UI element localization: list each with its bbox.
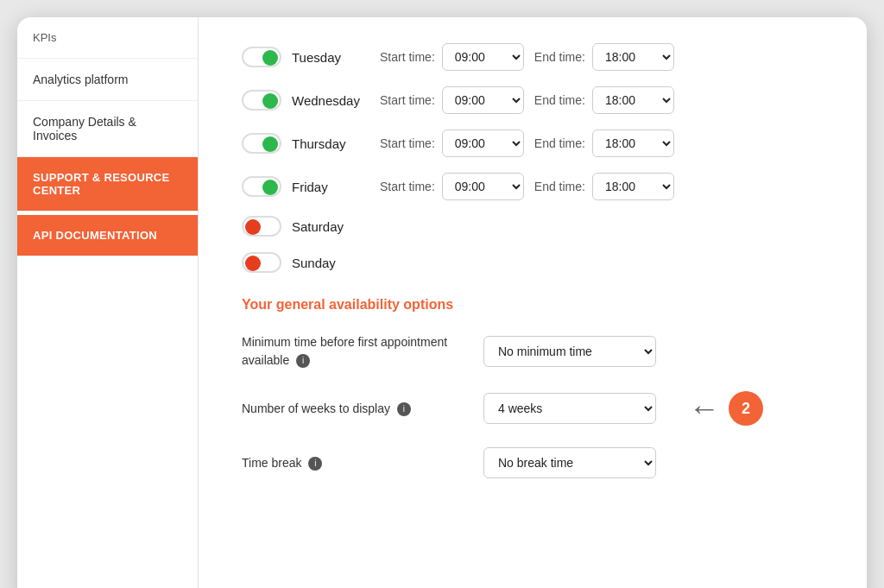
toggle-switch-thursday[interactable] [242,133,281,154]
start-label-wednesday: Start time: [380,93,435,107]
toggle-friday [242,176,281,197]
break-select[interactable]: No break time 5 minutes 10 minutes 15 mi… [483,447,656,478]
schedule-row-sunday: Sunday [242,252,824,273]
availability-title: Your general availability options [242,297,824,313]
end-label-tuesday: End time: [534,50,585,64]
day-label-tuesday: Tuesday [292,50,369,65]
toggle-switch-sunday[interactable] [242,252,281,273]
start-label-tuesday: Start time: [380,50,435,64]
end-time-group-wednesday: End time: 18:00 [534,86,674,114]
end-time-group-thursday: End time: 18:00 [534,130,674,157]
start-label-thursday: Start time: [380,136,435,150]
option-label-break: Time break i [242,454,466,472]
end-time-group-friday: End time: 18:00 [534,173,674,200]
end-label-thursday: End time: [534,136,585,150]
end-label-friday: End time: [534,180,585,193]
sidebar-item-company[interactable]: Company Details & Invoices [17,101,198,157]
toggle-switch-wednesday[interactable] [242,90,281,111]
toggle-tuesday [242,47,281,67]
end-time-select-wednesday[interactable]: 18:00 [592,86,674,114]
day-label-sunday: Sunday [292,256,369,270]
day-label-saturday: Saturday [292,219,369,234]
start-time-group-friday: Start time: 09:00 [380,173,524,200]
schedule-row-wednesday: Wednesday Start time: 09:00 End time: 18… [242,86,824,114]
availability-section: Your general availability options Minimu… [242,297,824,478]
start-time-group-tuesday: Start time: 09:0008:0010:00 [380,43,524,71]
sidebar-item-support[interactable]: SUPPORT & RESOURCE CENTER [17,157,198,212]
info-icon-weeks[interactable]: i [397,402,411,416]
day-label-thursday: Thursday [292,136,369,151]
start-time-select-friday[interactable]: 09:00 [442,173,524,200]
start-time-group-wednesday: Start time: 09:00 [380,86,524,114]
sidebar-item-api[interactable]: API DOCUMENTATION [17,215,198,256]
option-label-weeks: Number of weeks to display i [242,400,466,418]
end-time-select-friday[interactable]: 18:00 [592,173,674,200]
sidebar: KPIs Analytics platform Company Details … [17,17,199,588]
arrow-badge-container: ← 2 [682,390,763,427]
end-time-group-tuesday: End time: 18:0017:0019:00 [534,43,674,71]
option-row-min-time: Minimum time before first appointment av… [242,333,824,370]
info-icon-min-time[interactable]: i [296,354,310,368]
sidebar-item-analytics[interactable]: Analytics platform [17,59,198,101]
schedule-row-friday: Friday Start time: 09:00 End time: 18:00 [242,173,824,200]
toggle-sunday [242,252,281,273]
arrow-icon: ← [689,390,720,427]
toggle-switch-saturday[interactable] [242,216,281,237]
end-time-select-thursday[interactable]: 18:00 [592,130,674,157]
start-time-group-thursday: Start time: 09:00 [380,130,524,157]
toggle-switch-tuesday[interactable] [242,47,281,67]
min-time-select[interactable]: No minimum time 1 hour 2 hours 4 hours 8… [483,336,656,367]
sidebar-item-kpis[interactable]: KPIs [17,17,198,59]
start-time-select-thursday[interactable]: 09:00 [442,130,524,157]
schedule-row-thursday: Thursday Start time: 09:00 End time: 18:… [242,130,824,157]
option-row-weeks: Number of weeks to display i 1 week 2 we… [242,390,824,427]
option-label-min-time: Minimum time before first appointment av… [242,333,466,370]
toggle-switch-friday[interactable] [242,176,281,197]
start-time-select-tuesday[interactable]: 09:0008:0010:00 [442,43,524,71]
toggle-saturday [242,216,281,237]
weeks-select[interactable]: 1 week 2 weeks 3 weeks 4 weeks 6 weeks 8… [483,393,656,424]
day-label-friday: Friday [292,180,369,194]
schedule-row-saturday: Saturday [242,216,824,237]
start-label-friday: Start time: [380,180,435,193]
app-window: KPIs Analytics platform Company Details … [17,17,867,588]
option-row-break: Time break i No break time 5 minutes 10 … [242,447,824,478]
toggle-thursday [242,133,281,154]
toggle-wednesday [242,90,281,111]
end-label-wednesday: End time: [534,93,585,107]
start-time-select-wednesday[interactable]: 09:00 [442,86,524,114]
schedule-row-tuesday: Tuesday Start time: 09:0008:0010:00 End … [242,43,824,71]
main-content: Tuesday Start time: 09:0008:0010:00 End … [199,17,867,588]
info-icon-break[interactable]: i [308,457,322,471]
day-label-wednesday: Wednesday [292,93,369,108]
badge-number: 2 [729,391,763,426]
end-time-select-tuesday[interactable]: 18:0017:0019:00 [592,43,674,71]
